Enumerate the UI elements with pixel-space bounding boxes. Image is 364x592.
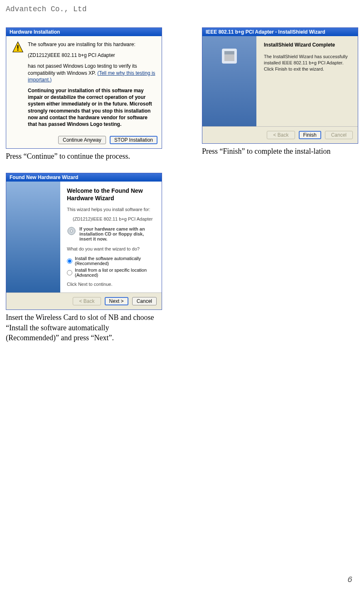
fnhw-back-button[interactable]: < Back — [73, 297, 101, 305]
fnhw-button-row: < Back Next > Cancel — [6, 292, 162, 310]
ishield-titlebar: IEEE 802.11 b+g PCI Adapter - InstallShi… — [202, 28, 358, 36]
dialog-titlebar: Hardware Installation — [6, 28, 162, 36]
ishield-finish-button[interactable]: Finish — [299, 131, 321, 139]
fnhw-titlebar: Found New Hardware Wizard — [6, 173, 162, 182]
fnhw-question: What do you want the wizard to do? — [67, 246, 155, 251]
fnhw-foot: Click Next to continue. — [67, 282, 155, 287]
wizard-sidebar-graphic — [6, 182, 60, 292]
warning-icon — [12, 41, 24, 53]
two-column-layout: Hardware Installation The software you a… — [6, 27, 358, 354]
ishield-button-row: < Back Finish Cancel — [202, 126, 358, 143]
fnhw-heading: Welcome to the Found New Hardware Wizard — [67, 187, 155, 202]
fnhw-cancel-button[interactable]: Cancel — [132, 297, 157, 305]
ishield-sidebar-graphic — [202, 36, 256, 126]
caption-fnhw: Insert the Wireless Card to slot of NB a… — [6, 312, 162, 343]
radio-install-auto[interactable]: Install the software automatically (Reco… — [67, 256, 155, 266]
dialog-device-name: (ZD1212)IEEE 802.11 b+g PCI Adapter — [28, 52, 156, 59]
right-column: IEEE 802.11 b+g PCI Adapter - InstallShi… — [202, 27, 358, 354]
svg-point-4 — [70, 230, 73, 233]
found-new-hardware-dialog: Found New Hardware Wizard Welcome to the… — [6, 173, 162, 310]
caption-hardware-install: Press “Continue” to continue the process… — [6, 151, 162, 161]
fnhw-device: (ZD1212)IEEE 802.11 b+g PCI Adapter — [73, 216, 155, 221]
fnhw-intro: This wizard helps you install software f… — [67, 207, 155, 212]
radio-install-auto-input[interactable] — [67, 258, 72, 264]
dialog-logo-warning: has not passed Windows Logo testing to v… — [28, 63, 156, 83]
radio-install-list[interactable]: Install from a list or specific location… — [67, 268, 155, 278]
svg-rect-1 — [17, 45, 19, 49]
fnhw-cd-hint: If your hardware came with an installati… — [79, 226, 155, 241]
svg-rect-7 — [224, 51, 234, 54]
radio-install-list-input[interactable] — [67, 270, 72, 275]
company-header: Advantech Co., Ltd — [6, 5, 358, 13]
dialog-bold-warning: Continuing your installation of this sof… — [28, 87, 156, 128]
svg-rect-2 — [17, 49, 19, 51]
page-number: 6 — [347, 575, 352, 585]
ishield-heading: InstallShield Wizard Complete — [264, 42, 350, 48]
stop-installation-button[interactable]: STOP Installation — [110, 136, 157, 144]
dialog-text-line1: The software you are installing for this… — [28, 41, 156, 48]
installshield-dialog: IEEE 802.11 b+g PCI Adapter - InstallShi… — [202, 27, 358, 144]
hardware-installation-dialog: Hardware Installation The software you a… — [6, 27, 162, 149]
continue-anyway-button[interactable]: Continue Anyway — [58, 136, 106, 144]
document-page: Advantech Co., Ltd Hardware Installation… — [0, 0, 364, 592]
fnhw-next-button[interactable]: Next > — [105, 297, 128, 305]
dialog-button-row: Continue Anyway STOP Installation — [6, 132, 162, 148]
ishield-cancel-button: Cancel — [325, 131, 353, 139]
caption-ishield: Press “Finish” to complete the instal-la… — [202, 146, 358, 156]
cd-icon — [67, 226, 76, 236]
ishield-body: The InstallShield Wizard has successfull… — [264, 54, 350, 72]
left-column: Hardware Installation The software you a… — [6, 27, 162, 354]
svg-rect-6 — [224, 54, 234, 61]
ishield-back-button: < Back — [267, 131, 295, 139]
